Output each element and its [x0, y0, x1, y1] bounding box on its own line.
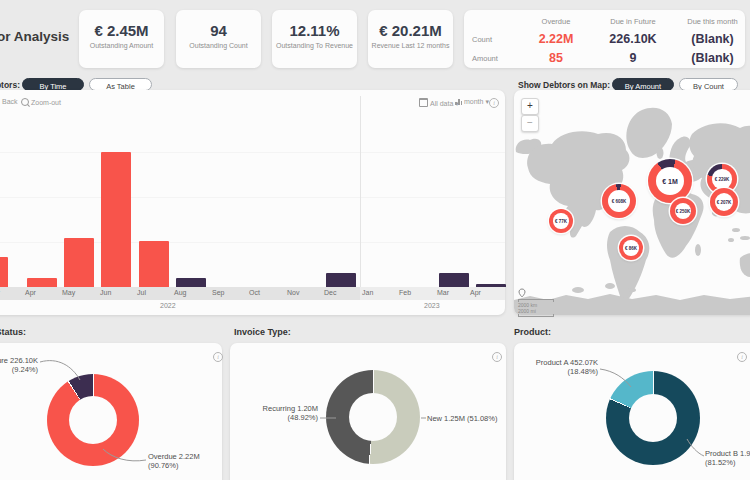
due-col-future: Due in Future	[594, 17, 672, 30]
bar-Mar-2022[interactable]	[0, 257, 8, 287]
due-summary-card: Overdue Due in Future Due this month Cou…	[464, 10, 745, 68]
bar-Jul-2022[interactable]	[139, 241, 169, 287]
due-cell: (Blank)	[672, 30, 750, 49]
due-col-month: Due this month	[672, 17, 750, 30]
map-bubble-value: € 608K	[608, 190, 630, 212]
slice-label-recurring: Recurring 1.20M(48.92%)	[240, 404, 318, 422]
slice-label-overdue: Overdue 2.22M(90.76%)	[148, 452, 200, 470]
map-zoom-out-button[interactable]: −	[521, 115, 539, 132]
due-cell: 9	[594, 49, 672, 68]
caret-down-icon: ▾	[485, 98, 489, 105]
info-icon[interactable]: i	[492, 352, 502, 362]
map-bubble-value: € 229K	[712, 169, 731, 188]
map-bubble-207K[interactable]: € 207K	[710, 188, 738, 216]
invoice-status-donut[interactable]	[47, 374, 139, 466]
due-col-overdue: Overdue	[518, 17, 594, 30]
kpi-value: € 2.45M	[79, 22, 164, 39]
bar-Apr-2023[interactable]	[476, 284, 506, 287]
slice-label-product-a: Product A 452.07K(18.48%)	[520, 358, 598, 376]
info-icon[interactable]: i	[213, 352, 223, 362]
due-row-label: Count	[472, 30, 518, 49]
slice-label-new: New 1.25M (51.08%)	[427, 414, 497, 423]
chart-range-select[interactable]: All data ▾	[419, 98, 459, 108]
kpi-value: 12.11%	[272, 22, 357, 39]
column-chart-icon	[455, 99, 462, 105]
show-debtors-label: Show Debtors:	[0, 80, 20, 90]
kpi-outstanding-amount: € 2.45M Outstanding Amount	[79, 10, 164, 68]
kpi-label: Outstanding Amount	[79, 42, 164, 49]
map-bubble-value: € 86K	[623, 240, 638, 255]
magnifier-icon	[21, 98, 29, 106]
due-cell: (Blank)	[672, 49, 750, 68]
kpi-outstanding-to-revenue: 12.11% Outstanding To Revenue	[272, 10, 357, 68]
map-bubble-1M[interactable]: € 1M	[648, 159, 692, 203]
due-cell: 2.22M	[518, 30, 594, 49]
bar-May-2022[interactable]	[64, 238, 94, 287]
kpi-label: Outstanding Count	[176, 42, 261, 49]
due-cell: 226.10K	[594, 30, 672, 49]
bar-Jun-2022[interactable]	[101, 152, 131, 287]
page-title: Debtor Analysis	[0, 29, 69, 44]
map-bubble-value: € 1M	[656, 167, 684, 195]
calendar-icon	[419, 98, 428, 107]
show-debtors-on-map-label: Show Debtors on Map:	[518, 80, 610, 90]
map-bubble-value: € 77K	[553, 213, 568, 228]
kpi-outstanding-count: 94 Outstanding Count	[176, 10, 261, 68]
map-bubble-86K[interactable]: € 86K	[619, 236, 643, 260]
kpi-label: Revenue Last 12 months	[368, 42, 453, 49]
chart-zoom-out-button[interactable]: Zoom-out	[21, 98, 61, 106]
map-bubble-value: € 207K	[715, 193, 733, 211]
product-donut[interactable]	[606, 371, 700, 465]
kpi-revenue-12m: € 20.21M Revenue Last 12 months	[368, 10, 453, 68]
bar-Dec-2022[interactable]	[326, 273, 356, 287]
bar-Mar-2023[interactable]	[439, 273, 469, 287]
map-bubble-608K[interactable]: € 608K	[602, 184, 636, 218]
slice-label-due-in-future: Due in Future 226.10K(9.24%)	[0, 356, 38, 374]
map-bubble-77K[interactable]: € 77K	[549, 209, 573, 233]
chart-granularity-select[interactable]: month ▾	[455, 98, 489, 106]
product-heading: Product:	[514, 327, 551, 337]
kpi-label: Outstanding To Revenue	[272, 42, 357, 49]
invoice-type-heading: Invoice Type:	[234, 327, 291, 337]
invoice-status-heading: Invoice Status:	[0, 327, 26, 337]
kpi-value: € 20.21M	[368, 22, 453, 39]
bar-Apr-2022[interactable]	[27, 278, 57, 287]
slice-label-product-b: Product B 1.99M(81.52%)	[705, 449, 750, 467]
kpi-value: 94	[176, 22, 261, 39]
dashboard: Debtor Analysis € 2.45M Outstanding Amou…	[0, 0, 750, 480]
chart-back-button[interactable]: Back	[2, 98, 18, 105]
bar-Aug-2022[interactable]	[176, 278, 206, 287]
due-cell: 85	[518, 49, 594, 68]
invoice-type-donut[interactable]	[326, 370, 420, 464]
map-bubble-value: € 250K	[675, 203, 692, 220]
map-bubble-250K[interactable]: € 250K	[670, 198, 696, 224]
map-zoom-in-button[interactable]: +	[521, 98, 539, 115]
due-summary-table: Overdue Due in Future Due this month Cou…	[464, 10, 745, 68]
due-row-label: Amount	[472, 49, 518, 68]
info-icon[interactable]: i	[737, 352, 747, 362]
